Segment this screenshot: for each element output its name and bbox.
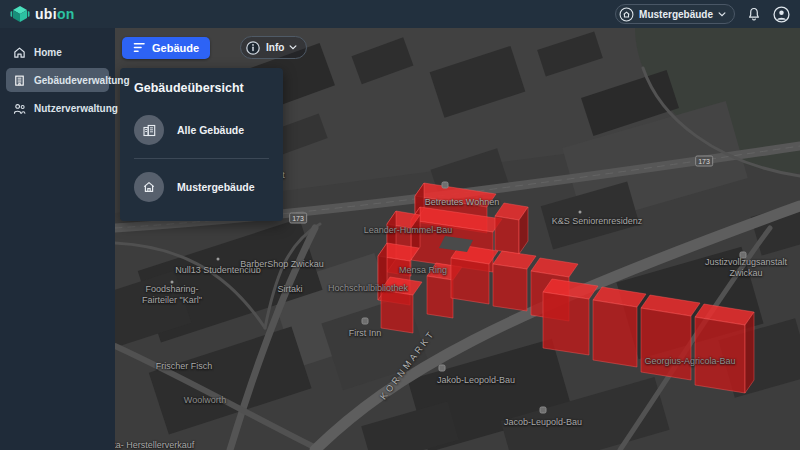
panel-item-mustergebaeude[interactable]: Mustergebäude [134,165,269,209]
panel-title: Gebäudeübersicht [134,81,269,95]
app-logo: ubion [10,5,75,23]
map-canvas[interactable]: Grundbuchamt Betreutes Wohnen K&S Senior… [115,28,800,450]
info-icon [245,40,261,56]
poi-icon [540,407,547,414]
top-bar: ubion Mustergebäude [0,0,800,28]
poi-icon [217,258,220,261]
poi-icon [579,211,582,214]
poi-icon [439,365,446,372]
poi-icon [362,318,369,325]
sidebar-item-label: Nutzerverwaltung [34,103,118,114]
users-icon [13,102,26,115]
home-icon [134,172,164,202]
building-selector-dropdown[interactable]: Mustergebäude [615,4,735,24]
poi-icon [740,252,747,259]
gebaeude-button-label: Gebäude [152,42,199,54]
sidebar-item-home[interactable]: Home [6,40,109,64]
building-management-icon [13,74,26,87]
sidebar-item-nutzerverwaltung[interactable]: Nutzerverwaltung [6,96,109,120]
brand-wordmark: ubion [35,6,75,22]
sidebar-item-gebaeudeverwaltung[interactable]: Gebäudeverwaltung [6,68,109,92]
home-icon [13,46,26,59]
sidebar-item-label: Gebäudeverwaltung [34,75,130,86]
user-avatar-icon [773,6,790,23]
filter-list-icon [133,42,146,53]
info-label: Info [266,42,284,53]
bell-icon [747,7,761,22]
sidebar-nav: Home Gebäudeverwaltung Nutzerverwaltung [0,28,115,450]
map-toolbar: Gebäude Info [122,36,307,59]
chevron-down-icon [718,12,726,17]
info-dropdown[interactable]: Info [240,36,307,59]
cube-logo-icon [10,5,30,23]
chevron-down-icon [289,45,297,50]
panel-item-alle-gebaeude[interactable]: Alle Gebäude [134,108,269,152]
gebaeudeuebersicht-panel: Gebäudeübersicht Alle Gebäude Musterge [120,68,283,221]
notifications-button[interactable] [747,7,761,22]
building-selector-label: Mustergebäude [639,9,713,20]
sidebar-item-label: Home [34,47,62,58]
divider [134,158,269,159]
gebaeude-filter-button[interactable]: Gebäude [122,37,210,59]
buildings-icon [134,115,164,145]
panel-item-label: Mustergebäude [177,181,255,193]
user-menu-button[interactable] [773,6,790,23]
panel-item-label: Alle Gebäude [177,124,244,136]
home-circle-icon [619,7,634,22]
poi-icon [171,281,174,284]
poi-icon [442,182,449,189]
